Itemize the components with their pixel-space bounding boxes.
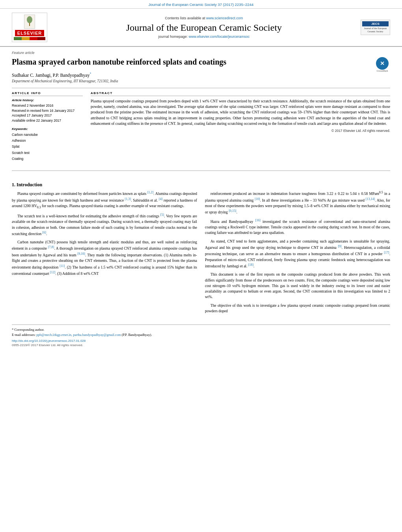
- contents-available: Contents lists available at www.scienced…: [55, 16, 353, 20]
- affiliation: Department of Mechanical Engineering, II…: [12, 79, 390, 83]
- body-para-1: Plasma sprayed coatings are constituted …: [12, 190, 197, 210]
- issn-line: 0955-2219/© 2017 Elsevier Ltd. All right…: [12, 343, 390, 347]
- abstract-text: Plasma sprayed composite coatings prepar…: [91, 98, 390, 126]
- body-para-3: Carbon nanotube (CNT) possess high tensi…: [12, 239, 197, 276]
- body-content: 1. Introduction Plasma sprayed coatings …: [0, 182, 402, 324]
- keyword-2: Adhesion: [12, 138, 83, 144]
- history-label: Article history:: [12, 98, 83, 102]
- info-abstract-cols: Article Info Article history: Received 2…: [12, 91, 390, 166]
- article-content: Feature article Plasma sprayed carbon na…: [0, 47, 402, 182]
- body-para-r4: This document is one of the first report…: [205, 272, 390, 300]
- keyword-5: Coating: [12, 156, 83, 162]
- ref-17: [17]: [384, 251, 389, 254]
- ref-9b: [9]: [338, 245, 341, 248]
- journal-header: ELSEVIER Contents lists available at www…: [0, 9, 402, 47]
- available-line: Available online 22 January 2017: [12, 118, 83, 123]
- body-col-right: reinforcement produced an increase in in…: [205, 190, 390, 317]
- doi-link[interactable]: http://dx.doi.org/10.1016/j.jeurceramsoc…: [12, 339, 86, 343]
- jecs-logo: JECS Journal of the European Ceramic Soc…: [361, 20, 390, 35]
- journal-title: Journal of the European Ceramic Society: [55, 22, 353, 33]
- title-area: Plasma sprayed carbon nanotube reinforce…: [12, 57, 374, 70]
- body-two-col: Plasma sprayed coatings are constituted …: [12, 190, 390, 317]
- article-keywords: Keywords: Carbon nanotube Adhesion Splat…: [12, 127, 83, 162]
- sciencedirect-link[interactable]: www.sciencedirect.com: [206, 16, 243, 20]
- jecs-logo-text: Journal of the European Ceramic Society: [362, 27, 389, 33]
- ref-16: [16]: [255, 219, 261, 222]
- keyword-4: Scratch test: [12, 150, 83, 156]
- elsevier-tree-icon: [25, 16, 34, 28]
- homepage-link[interactable]: www.elsevier.com/locate/jeurceramsoc: [189, 35, 250, 39]
- article-info-label: Article Info: [12, 91, 83, 96]
- body-para-r3: As stated, CNT tend to form agglomerates…: [205, 239, 390, 269]
- ref-9-10: [9,10]: [78, 252, 85, 256]
- doi-line: http://dx.doi.org/10.1016/j.jeurceramsoc…: [12, 339, 390, 343]
- keyword-3: Splat: [12, 144, 83, 150]
- ref-6: [6]: [43, 231, 46, 234]
- article-history: Article history: Received 2 November 201…: [12, 98, 83, 123]
- received-revised-line: Received in revised form 16 January 2017: [12, 108, 83, 113]
- section-1-title: 1. Introduction: [12, 182, 390, 188]
- ref-9-15: [9,15]: [229, 209, 236, 213]
- email1-link[interactable]: ppb@mech.iitkgp.ernet.in,: [36, 333, 72, 337]
- email2-link[interactable]: partha.bandyopadhyay@gmail.com: [73, 333, 121, 337]
- svg-point-0: [27, 16, 32, 23]
- ref-13-14: [13,14]: [366, 197, 375, 201]
- copyright: © 2017 Elsevier Ltd. All rights reserved…: [91, 129, 390, 133]
- ref-1-2: [1,2]: [147, 191, 153, 194]
- ref-4: [4]: [159, 197, 162, 201]
- crossmark-icon: ✕: [376, 57, 389, 70]
- crossmark-badge: ✕ CrossMark: [374, 57, 390, 72]
- abstract-col: Abstract Plasma sprayed composite coatin…: [91, 91, 390, 166]
- body-para-r2: Hazra and Bandyopadhyay [16] investigate…: [205, 218, 390, 236]
- feature-label: Feature article: [12, 51, 390, 55]
- elsevier-logo: ELSEVIER: [12, 13, 47, 42]
- corresponding-note: * Corresponding author.: [12, 327, 390, 332]
- body-para-r5: The objective of this work is to investi…: [205, 303, 390, 314]
- ref-18: [18]: [248, 263, 253, 267]
- elsevier-label: ELSEVIER: [15, 30, 44, 36]
- divider-2: [12, 171, 390, 171]
- abstract-label: Abstract: [91, 91, 390, 96]
- journal-ref-link[interactable]: Journal of the European Ceramic Society …: [149, 2, 254, 7]
- corresponding-star: *: [89, 72, 91, 76]
- title-row: Plasma sprayed carbon nanotube reinforce…: [12, 57, 390, 72]
- svg-rect-1: [29, 23, 30, 26]
- authors: Sudhakar C. Jambagi, P.P. Bandyopadhyay*: [12, 72, 390, 78]
- header-center: Contents lists available at www.scienced…: [47, 16, 361, 39]
- jecs-logo-label: JECS: [362, 21, 389, 26]
- ref-1-3: [1,3]: [125, 197, 131, 201]
- article-info-col: Article Info Article history: Received 2…: [12, 91, 83, 166]
- ref-11: [11]: [60, 264, 65, 268]
- crossmark-label: CrossMark: [374, 70, 390, 72]
- received-line: Received 2 November 2016: [12, 103, 83, 108]
- page: Journal of the European Ceramic Society …: [0, 0, 402, 532]
- homepage-line: journal homepage: www.elsevier.com/locat…: [55, 35, 353, 39]
- keyword-1: Carbon nanotube: [12, 132, 83, 138]
- email-note: E-mail addresses: ppb@mech.iitkgp.ernet.…: [12, 332, 390, 337]
- journal-banner: Journal of the European Ceramic Society …: [0, 0, 402, 9]
- body-para-2: The scratch test is a well-known method …: [12, 213, 197, 237]
- accepted-line: Accepted 17 January 2017: [12, 113, 83, 118]
- keywords-label: Keywords:: [12, 127, 83, 131]
- keywords-list: Carbon nanotube Adhesion Splat Scratch t…: [12, 132, 83, 162]
- body-col-left: Plasma sprayed coatings are constituted …: [12, 190, 197, 317]
- divider: [12, 88, 390, 88]
- footer-section: * Corresponding author. E-mail addresses…: [12, 324, 390, 347]
- body-para-r1: reinforcement produced an increase in in…: [205, 190, 390, 215]
- article-title: Plasma sprayed carbon nanotube reinforce…: [12, 57, 374, 67]
- ref-10: [10]: [255, 197, 260, 201]
- ref-7-8: [7,8]: [48, 245, 54, 249]
- ref-5: [5]: [160, 213, 164, 217]
- ref-12: [12]: [50, 271, 55, 274]
